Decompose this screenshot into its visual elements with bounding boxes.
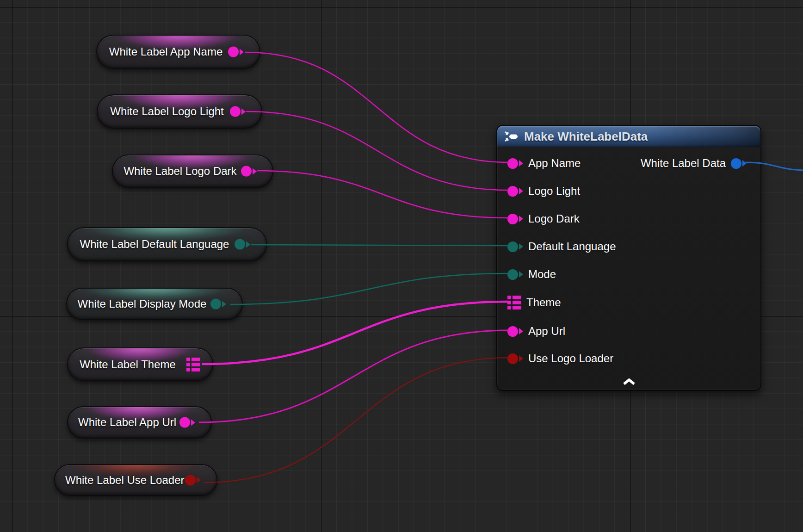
variable-output-pin-wrap[interactable]: [228, 47, 244, 57]
pin-dot-icon: [507, 269, 518, 280]
variable-node-white-label-logo-dark[interactable]: White Label Logo Dark: [112, 155, 273, 188]
logo-light-pin[interactable]: [507, 186, 523, 197]
make-whitelabeldata-node[interactable]: Make WhiteLabelData App NameLogo LightLo…: [496, 125, 761, 391]
pin-dot-icon: [228, 47, 239, 57]
variable-label: White Label App Name: [107, 45, 224, 58]
pin-label: Default Language: [528, 240, 616, 253]
white-label-use-loader-pin[interactable]: [185, 475, 201, 485]
wire-white-label-use-loader[interactable]: [204, 358, 509, 483]
input-row-logo-light: Logo Light: [497, 182, 580, 200]
pin-wedge-icon: [253, 168, 257, 174]
wire-white-label-display-mode[interactable]: [230, 273, 509, 304]
use-logo-loader-pin[interactable]: [507, 353, 523, 364]
variable-label: White Label Use Loader: [65, 474, 181, 487]
pin-wedge-icon: [742, 160, 747, 167]
pin-label: Mode: [528, 268, 556, 281]
pin-wedge-icon: [519, 355, 523, 362]
pin-wedge-icon: [241, 108, 246, 115]
variable-label: White Label Theme: [78, 358, 177, 371]
pin-wedge-icon: [519, 271, 523, 278]
wire-white-label-default-language[interactable]: [251, 245, 509, 246]
collapse-node-button[interactable]: [621, 377, 637, 386]
pin-label: Use Logo Loader: [528, 352, 613, 365]
node-title: Make WhiteLabelData: [524, 130, 648, 144]
pin-wedge-icon: [222, 301, 226, 307]
input-row-logo-dark: Logo Dark: [497, 210, 580, 228]
variable-label: White Label App Url: [78, 416, 176, 429]
pin-wedge-icon: [519, 243, 523, 250]
pin-label: White Label Data: [641, 157, 726, 170]
white-label-app-name-pin[interactable]: [228, 47, 244, 57]
variable-node-white-label-display-mode[interactable]: White Label Display Mode: [66, 288, 243, 320]
pin-dot-icon: [731, 158, 741, 169]
variable-output-pin-wrap[interactable]: [230, 106, 246, 117]
blueprint-graph-canvas[interactable]: Make WhiteLabelData App NameLogo LightLo…: [0, 0, 803, 532]
pin-dot-icon: [507, 158, 518, 169]
variable-label: White Label Display Mode: [77, 297, 207, 310]
white-label-logo-light-pin[interactable]: [230, 106, 246, 117]
variable-node-white-label-default-language[interactable]: White Label Default Language: [67, 227, 267, 261]
pin-dot-icon: [507, 326, 518, 337]
variable-output-pin-wrap[interactable]: [186, 358, 200, 371]
variable-output-pin-wrap[interactable]: [179, 417, 195, 428]
theme-struct-pin-icon[interactable]: [507, 296, 521, 309]
white-label-default-language-pin[interactable]: [235, 239, 250, 250]
pin-wedge-icon: [197, 477, 201, 483]
pin-dot-icon: [235, 239, 245, 250]
pin-dot-icon: [507, 241, 518, 252]
input-row-theme: Theme: [497, 293, 561, 312]
variable-node-white-label-logo-light[interactable]: White Label Logo Light: [97, 94, 262, 129]
input-row-app-url: App Url: [497, 322, 565, 340]
pin-dot-icon: [507, 353, 518, 364]
mode-pin[interactable]: [507, 269, 523, 280]
variable-output-pin-wrap[interactable]: [185, 475, 201, 485]
default-language-pin[interactable]: [507, 241, 523, 252]
white-label-data-pin[interactable]: [731, 158, 747, 169]
pin-label: App Name: [528, 157, 581, 170]
pin-label: App Url: [528, 325, 565, 338]
pin-dot-icon: [241, 166, 252, 177]
variable-node-white-label-app-url[interactable]: White Label App Url: [67, 406, 212, 439]
pin-dot-icon: [230, 106, 241, 117]
logo-dark-pin[interactable]: [507, 214, 523, 224]
variable-node-white-label-use-loader[interactable]: White Label Use Loader: [54, 464, 217, 496]
variable-output-pin-wrap[interactable]: [210, 299, 226, 309]
white-label-display-mode-pin[interactable]: [210, 299, 226, 309]
pin-wedge-icon: [519, 188, 523, 194]
variable-node-white-label-app-name[interactable]: White Label App Name: [96, 35, 260, 69]
pin-wedge-icon: [519, 160, 523, 167]
output-row-white-label-data: White Label Data: [641, 154, 760, 173]
variable-output-pin-wrap[interactable]: [235, 239, 250, 250]
pin-dot-icon: [210, 299, 221, 309]
pin-wedge-icon: [246, 241, 250, 247]
pin-wedge-icon: [191, 419, 195, 426]
wire-white-label-theme[interactable]: [202, 302, 508, 364]
pin-dot-icon: [507, 186, 518, 197]
pin-wedge-icon: [519, 328, 523, 334]
pin-wedge-icon: [240, 49, 244, 55]
wire-white-label-logo-dark[interactable]: [257, 171, 509, 218]
input-row-default-language: Default Language: [497, 237, 616, 256]
variable-label: White Label Default Language: [78, 238, 231, 251]
make-node-header[interactable]: Make WhiteLabelData: [497, 126, 760, 147]
variable-label: White Label Logo Light: [108, 105, 226, 118]
white-label-app-url-pin[interactable]: [179, 417, 195, 428]
pin-label: Theme: [526, 296, 561, 309]
wire-white-label-app-url[interactable]: [199, 330, 509, 422]
make-struct-icon: [504, 130, 519, 142]
variable-label: White Label Logo Dark: [123, 165, 237, 178]
wire-white-label-app-name[interactable]: [245, 52, 509, 162]
white-label-logo-dark-pin[interactable]: [241, 166, 257, 177]
variable-output-pin-wrap[interactable]: [241, 166, 257, 177]
pin-dot-icon: [179, 417, 190, 428]
pin-label: Logo Light: [528, 185, 580, 198]
app-name-pin[interactable]: [507, 158, 523, 169]
wire-white-label-logo-light[interactable]: [246, 111, 509, 190]
chevron-up-icon: [622, 378, 636, 385]
pin-dot-icon: [185, 475, 196, 485]
input-row-app-name: App Name: [497, 154, 581, 173]
pin-wedge-icon: [519, 216, 523, 222]
white-label-theme-struct-pin-icon[interactable]: [186, 358, 200, 371]
variable-node-white-label-theme[interactable]: White Label Theme: [67, 347, 213, 381]
app-url-pin[interactable]: [507, 326, 523, 337]
